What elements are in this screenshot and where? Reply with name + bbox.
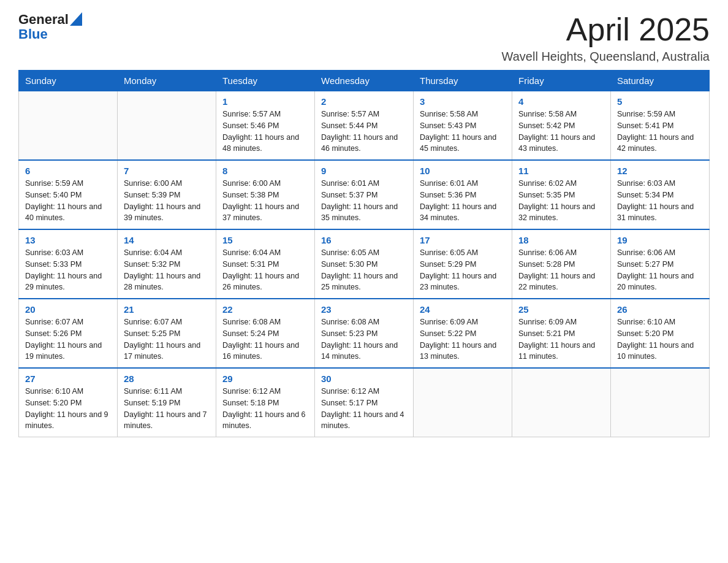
day-info: Sunrise: 6:10 AMSunset: 5:20 PMDaylight:… xyxy=(25,386,111,432)
calendar-cell: 10Sunrise: 6:01 AMSunset: 5:36 PMDayligh… xyxy=(414,160,512,229)
calendar-cell: 13Sunrise: 6:03 AMSunset: 5:33 PMDayligh… xyxy=(19,229,118,299)
day-info: Sunrise: 6:03 AMSunset: 5:33 PMDaylight:… xyxy=(25,247,111,293)
day-number: 18 xyxy=(518,235,604,245)
day-number: 10 xyxy=(420,166,506,176)
day-number: 26 xyxy=(617,304,703,315)
day-info: Sunrise: 5:59 AMSunset: 5:40 PMDaylight:… xyxy=(25,178,111,224)
page-title: April 2025 xyxy=(502,12,710,47)
day-info: Sunrise: 5:58 AMSunset: 5:42 PMDaylight:… xyxy=(518,109,604,155)
day-info: Sunrise: 6:08 AMSunset: 5:24 PMDaylight:… xyxy=(222,316,308,362)
day-number: 16 xyxy=(321,235,407,245)
day-number: 30 xyxy=(321,373,407,384)
calendar-header-row: SundayMondayTuesdayWednesdayThursdayFrid… xyxy=(19,71,710,91)
calendar-cell: 20Sunrise: 6:07 AMSunset: 5:26 PMDayligh… xyxy=(19,299,118,368)
calendar-cell: 3Sunrise: 5:58 AMSunset: 5:43 PMDaylight… xyxy=(414,91,512,161)
calendar-cell: 25Sunrise: 6:09 AMSunset: 5:21 PMDayligh… xyxy=(512,299,611,368)
day-info: Sunrise: 6:07 AMSunset: 5:26 PMDaylight:… xyxy=(25,316,111,362)
day-number: 21 xyxy=(124,304,210,315)
calendar-week-row: 20Sunrise: 6:07 AMSunset: 5:26 PMDayligh… xyxy=(19,299,710,368)
calendar-cell xyxy=(512,368,611,437)
calendar-week-row: 13Sunrise: 6:03 AMSunset: 5:33 PMDayligh… xyxy=(19,229,710,299)
day-info: Sunrise: 6:06 AMSunset: 5:27 PMDaylight:… xyxy=(617,247,703,293)
day-info: Sunrise: 6:00 AMSunset: 5:39 PMDaylight:… xyxy=(124,178,210,224)
day-number: 20 xyxy=(25,304,111,315)
day-info: Sunrise: 5:57 AMSunset: 5:44 PMDaylight:… xyxy=(321,109,407,155)
calendar-cell: 9Sunrise: 6:01 AMSunset: 5:37 PMDaylight… xyxy=(315,160,414,229)
day-info: Sunrise: 5:59 AMSunset: 5:41 PMDaylight:… xyxy=(617,109,703,155)
calendar-week-row: 27Sunrise: 6:10 AMSunset: 5:20 PMDayligh… xyxy=(19,368,710,437)
calendar-cell: 2Sunrise: 5:57 AMSunset: 5:44 PMDaylight… xyxy=(315,91,414,161)
day-number: 14 xyxy=(124,235,210,245)
day-number: 17 xyxy=(420,235,506,245)
weekday-header: Thursday xyxy=(414,71,512,91)
calendar-table: SundayMondayTuesdayWednesdayThursdayFrid… xyxy=(18,70,710,437)
calendar-cell: 16Sunrise: 6:05 AMSunset: 5:30 PMDayligh… xyxy=(315,229,414,299)
calendar-cell: 24Sunrise: 6:09 AMSunset: 5:22 PMDayligh… xyxy=(414,299,512,368)
logo: General Blue xyxy=(18,12,82,42)
day-info: Sunrise: 6:03 AMSunset: 5:34 PMDaylight:… xyxy=(617,178,703,224)
day-info: Sunrise: 6:10 AMSunset: 5:20 PMDaylight:… xyxy=(617,316,703,362)
day-number: 4 xyxy=(518,96,604,107)
logo-text-blue: Blue xyxy=(18,26,48,42)
weekday-header: Tuesday xyxy=(216,71,315,91)
weekday-header: Monday xyxy=(118,71,216,91)
page-subtitle: Wavell Heights, Queensland, Australia xyxy=(502,50,710,64)
day-number: 12 xyxy=(617,166,703,176)
day-info: Sunrise: 6:09 AMSunset: 5:22 PMDaylight:… xyxy=(420,316,506,362)
calendar-cell: 5Sunrise: 5:59 AMSunset: 5:41 PMDaylight… xyxy=(611,91,710,161)
day-info: Sunrise: 6:04 AMSunset: 5:31 PMDaylight:… xyxy=(222,247,308,293)
svg-marker-0 xyxy=(70,12,82,26)
calendar-cell: 14Sunrise: 6:04 AMSunset: 5:32 PMDayligh… xyxy=(118,229,216,299)
day-info: Sunrise: 5:57 AMSunset: 5:46 PMDaylight:… xyxy=(222,109,308,155)
day-number: 28 xyxy=(124,373,210,384)
day-number: 1 xyxy=(222,96,308,107)
calendar-cell: 11Sunrise: 6:02 AMSunset: 5:35 PMDayligh… xyxy=(512,160,611,229)
calendar-cell: 27Sunrise: 6:10 AMSunset: 5:20 PMDayligh… xyxy=(19,368,118,437)
calendar-cell: 19Sunrise: 6:06 AMSunset: 5:27 PMDayligh… xyxy=(611,229,710,299)
day-info: Sunrise: 6:11 AMSunset: 5:19 PMDaylight:… xyxy=(124,386,210,432)
calendar-cell: 6Sunrise: 5:59 AMSunset: 5:40 PMDaylight… xyxy=(19,160,118,229)
day-number: 13 xyxy=(25,235,111,245)
logo-text-general: General xyxy=(18,12,69,27)
day-number: 22 xyxy=(222,304,308,315)
calendar-cell xyxy=(414,368,512,437)
calendar-cell: 17Sunrise: 6:05 AMSunset: 5:29 PMDayligh… xyxy=(414,229,512,299)
title-block: April 2025 Wavell Heights, Queensland, A… xyxy=(502,12,710,64)
calendar-cell: 22Sunrise: 6:08 AMSunset: 5:24 PMDayligh… xyxy=(216,299,315,368)
day-info: Sunrise: 6:05 AMSunset: 5:29 PMDaylight:… xyxy=(420,247,506,293)
calendar-cell: 28Sunrise: 6:11 AMSunset: 5:19 PMDayligh… xyxy=(118,368,216,437)
day-number: 9 xyxy=(321,166,407,176)
day-info: Sunrise: 6:07 AMSunset: 5:25 PMDaylight:… xyxy=(124,316,210,362)
day-number: 2 xyxy=(321,96,407,107)
day-info: Sunrise: 6:01 AMSunset: 5:37 PMDaylight:… xyxy=(321,178,407,224)
calendar-cell: 26Sunrise: 6:10 AMSunset: 5:20 PMDayligh… xyxy=(611,299,710,368)
day-info: Sunrise: 6:12 AMSunset: 5:17 PMDaylight:… xyxy=(321,386,407,432)
calendar-cell: 8Sunrise: 6:00 AMSunset: 5:38 PMDaylight… xyxy=(216,160,315,229)
logo-triangle-icon xyxy=(70,12,82,26)
day-number: 15 xyxy=(222,235,308,245)
day-info: Sunrise: 6:00 AMSunset: 5:38 PMDaylight:… xyxy=(222,178,308,224)
weekday-header: Sunday xyxy=(19,71,118,91)
day-info: Sunrise: 5:58 AMSunset: 5:43 PMDaylight:… xyxy=(420,109,506,155)
day-info: Sunrise: 6:12 AMSunset: 5:18 PMDaylight:… xyxy=(222,386,308,432)
calendar-cell xyxy=(19,91,118,161)
day-number: 25 xyxy=(518,304,604,315)
day-number: 29 xyxy=(222,373,308,384)
day-info: Sunrise: 6:06 AMSunset: 5:28 PMDaylight:… xyxy=(518,247,604,293)
calendar-cell: 23Sunrise: 6:08 AMSunset: 5:23 PMDayligh… xyxy=(315,299,414,368)
day-info: Sunrise: 6:05 AMSunset: 5:30 PMDaylight:… xyxy=(321,247,407,293)
day-info: Sunrise: 6:04 AMSunset: 5:32 PMDaylight:… xyxy=(124,247,210,293)
calendar-cell: 30Sunrise: 6:12 AMSunset: 5:17 PMDayligh… xyxy=(315,368,414,437)
day-number: 6 xyxy=(25,166,111,176)
calendar-week-row: 6Sunrise: 5:59 AMSunset: 5:40 PMDaylight… xyxy=(19,160,710,229)
day-number: 27 xyxy=(25,373,111,384)
calendar-week-row: 1Sunrise: 5:57 AMSunset: 5:46 PMDaylight… xyxy=(19,91,710,161)
day-number: 24 xyxy=(420,304,506,315)
calendar-cell: 21Sunrise: 6:07 AMSunset: 5:25 PMDayligh… xyxy=(118,299,216,368)
calendar-cell: 12Sunrise: 6:03 AMSunset: 5:34 PMDayligh… xyxy=(611,160,710,229)
day-number: 5 xyxy=(617,96,703,107)
day-info: Sunrise: 6:08 AMSunset: 5:23 PMDaylight:… xyxy=(321,316,407,362)
calendar-cell: 18Sunrise: 6:06 AMSunset: 5:28 PMDayligh… xyxy=(512,229,611,299)
day-number: 8 xyxy=(222,166,308,176)
calendar-cell: 4Sunrise: 5:58 AMSunset: 5:42 PMDaylight… xyxy=(512,91,611,161)
